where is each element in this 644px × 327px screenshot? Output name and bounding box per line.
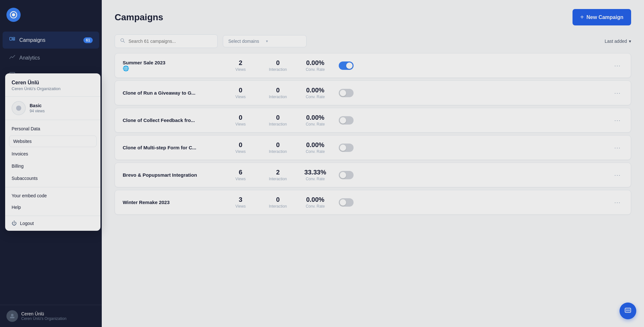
- views-stat: 0 Views: [224, 114, 257, 126]
- views-value: 0: [224, 141, 257, 149]
- campaign-name-col: Clone of Run a Giveaway to G...: [123, 90, 219, 96]
- sort-chevron-icon: ▾: [629, 39, 631, 44]
- dropdown-item-billing[interactable]: Billing: [5, 160, 100, 172]
- campaigns-badge: 61: [83, 37, 93, 43]
- dropdown-item-invoices[interactable]: Invoices: [5, 148, 100, 160]
- dropdown-logout[interactable]: ⏻ Logout: [5, 216, 100, 231]
- filters-bar: Select domains ▾ Last added ▾: [102, 32, 644, 53]
- interaction-stat: 2 Interaction: [262, 169, 294, 181]
- campaign-toggle[interactable]: [339, 61, 354, 70]
- search-box[interactable]: [115, 34, 218, 48]
- conv-rate-stat: 0.00% Conv. Rate: [299, 141, 331, 154]
- interaction-stat: 0 Interaction: [262, 141, 294, 154]
- domain-select-label: Select domains: [228, 39, 263, 44]
- more-options[interactable]: ⋯: [611, 197, 623, 208]
- interaction-label: Interaction: [262, 149, 294, 154]
- conv-rate-stat: 0.00% Conv. Rate: [299, 114, 331, 126]
- campaign-toggle[interactable]: [339, 171, 354, 179]
- plus-icon: +: [580, 14, 584, 21]
- domain-select[interactable]: Select domains ▾: [223, 35, 307, 47]
- campaign-name: Summer Sale 2023: [123, 60, 219, 65]
- campaign-toggle[interactable]: [339, 116, 354, 125]
- plan-info: Basic 94 views: [30, 103, 45, 113]
- conv-rate-label: Conv. Rate: [299, 204, 331, 209]
- views-stat: 0 Views: [224, 141, 257, 154]
- svg-rect-3: [13, 37, 15, 39]
- conv-rate-label: Conv. Rate: [299, 149, 331, 154]
- interaction-stat: 0 Interaction: [262, 87, 294, 99]
- campaign-name: Clone of Multi-step Form for C...: [123, 145, 219, 150]
- toggle-thumb: [346, 62, 353, 69]
- views-label: Views: [224, 149, 257, 154]
- dropdown-item-personal-data[interactable]: Personal Data: [5, 123, 100, 135]
- campaign-name-col: Summer Sale 2023 🌐: [123, 60, 219, 71]
- conv-rate-stat: 0.00% Conv. Rate: [299, 87, 331, 99]
- toggle-col: [336, 198, 356, 207]
- more-options[interactable]: ⋯: [611, 115, 623, 126]
- campaign-name-col: Brevo & Popupsmart Integration: [123, 172, 219, 178]
- more-options[interactable]: ⋯: [611, 170, 623, 180]
- sidebar-user-org: Ceren Ünlü's Organization: [21, 316, 95, 321]
- dropdown-item-subaccounts[interactable]: Subaccounts: [5, 172, 100, 184]
- conv-rate-value: 0.00%: [299, 141, 331, 149]
- interaction-label: Interaction: [262, 177, 294, 181]
- interaction-value: 2: [262, 169, 294, 176]
- sidebar-logo: [0, 0, 102, 28]
- conv-rate-stat: 0.00% Conv. Rate: [299, 59, 331, 72]
- views-stat: 2 Views: [224, 59, 257, 72]
- campaign-name: Brevo & Popupsmart Integration: [123, 172, 219, 178]
- dropdown-links: Your embed code Help: [5, 187, 100, 216]
- campaign-row: Brevo & Popupsmart Integration 6 Views 2…: [115, 163, 631, 187]
- sidebar-item-analytics[interactable]: Analytics: [3, 49, 99, 66]
- campaign-name-col: Clone of Multi-step Form for C...: [123, 145, 219, 150]
- analytics-label: Analytics: [19, 55, 40, 61]
- app-logo[interactable]: [6, 8, 21, 22]
- sidebar-user-name: Ceren Ünlü: [21, 311, 95, 316]
- sort-button[interactable]: Last added ▾: [605, 39, 631, 44]
- dropdown-plan: Basic 94 views: [5, 97, 100, 120]
- sidebar-bottom: Ceren Ünlü Ceren Ünlü's Organization: [0, 305, 102, 327]
- campaign-toggle[interactable]: [339, 89, 354, 97]
- views-label: Views: [224, 122, 257, 126]
- main-header: Campaigns + New Campaign: [102, 0, 644, 32]
- campaign-toggle[interactable]: [339, 144, 354, 152]
- toggle-col: [336, 61, 356, 70]
- chat-bubble[interactable]: [620, 303, 636, 319]
- dropdown-embed-code[interactable]: Your embed code: [5, 190, 100, 201]
- views-stat: 3 Views: [224, 196, 257, 209]
- toggle-col: [336, 144, 356, 152]
- more-options[interactable]: ⋯: [611, 88, 623, 98]
- interaction-value: 0: [262, 59, 294, 67]
- search-input[interactable]: [128, 39, 212, 44]
- views-value: 2: [224, 59, 257, 67]
- more-options[interactable]: ⋯: [611, 143, 623, 153]
- svg-point-7: [11, 314, 14, 316]
- conv-rate-label: Conv. Rate: [299, 95, 331, 99]
- new-campaign-button[interactable]: + New Campaign: [573, 9, 631, 25]
- sort-label: Last added: [605, 39, 627, 44]
- conv-rate-label: Conv. Rate: [299, 122, 331, 126]
- globe-icon: 🌐: [123, 66, 129, 71]
- campaign-row: Summer Sale 2023 🌐 2 Views 0 Interaction…: [115, 53, 631, 78]
- views-label: Views: [224, 177, 257, 181]
- new-campaign-label: New Campaign: [586, 14, 623, 20]
- campaign-row: Clone of Multi-step Form for C... 0 View…: [115, 135, 631, 160]
- more-options[interactable]: ⋯: [611, 61, 623, 71]
- dropdown-item-websites[interactable]: Websites: [9, 135, 97, 147]
- search-icon: [120, 38, 125, 44]
- views-label: Views: [224, 67, 257, 72]
- views-value: 0: [224, 114, 257, 121]
- conv-rate-stat: 0.00% Conv. Rate: [299, 196, 331, 209]
- plan-circle: [12, 101, 26, 115]
- campaign-toggle[interactable]: [339, 198, 354, 207]
- toggle-col: [336, 89, 356, 97]
- dropdown-help[interactable]: Help: [5, 201, 100, 213]
- user-text: Ceren Ünlü Ceren Ünlü's Organization: [21, 311, 95, 321]
- sidebar-item-campaigns[interactable]: Campaigns 61: [3, 32, 99, 49]
- interaction-label: Interaction: [262, 95, 294, 99]
- campaign-name-col: Winter Remake 2023: [123, 200, 219, 205]
- interaction-value: 0: [262, 114, 294, 121]
- toggle-col: [336, 116, 356, 125]
- user-info[interactable]: Ceren Ünlü Ceren Ünlü's Organization: [6, 310, 95, 322]
- conv-rate-value: 0.00%: [299, 114, 331, 121]
